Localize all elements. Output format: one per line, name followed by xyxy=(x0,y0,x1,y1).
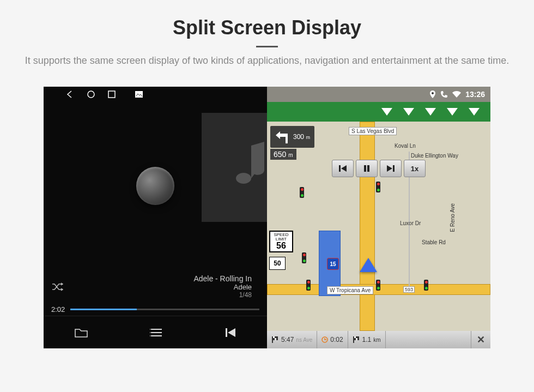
svg-rect-23 xyxy=(356,338,357,340)
vehicle-cursor-icon xyxy=(360,258,377,272)
joystick-control[interactable] xyxy=(136,167,174,205)
recents-icon[interactable] xyxy=(108,91,116,98)
phone-icon xyxy=(440,91,448,98)
traffic-light-icon xyxy=(424,280,428,291)
flag-icon xyxy=(271,336,279,343)
turn-secondary-unit: m xyxy=(306,135,310,140)
location-icon xyxy=(429,91,436,98)
svg-rect-2 xyxy=(135,91,143,98)
svg-rect-15 xyxy=(272,336,273,343)
eta-street: ns Ave xyxy=(296,337,312,343)
track-artist: Adele xyxy=(193,283,252,291)
page-title: Split Screen Display xyxy=(22,16,512,39)
svg-point-0 xyxy=(88,91,94,98)
lane-arrow-icon xyxy=(469,108,480,116)
speed-limit-sign: SPEED LIMIT 56 xyxy=(269,231,293,252)
home-icon[interactable] xyxy=(87,91,95,98)
turn-secondary-dist: 300 xyxy=(293,133,304,141)
lane-arrow-icon xyxy=(447,108,458,116)
street-label: Duke Ellington Way xyxy=(409,152,460,159)
interstate-shield: 15 xyxy=(327,258,339,270)
sim-next-button[interactable] xyxy=(380,160,402,177)
previous-track-button[interactable] xyxy=(224,327,236,338)
svg-rect-14 xyxy=(393,165,395,172)
eta-remaining[interactable]: 0:02 xyxy=(317,331,348,348)
wifi-icon xyxy=(452,91,461,98)
track-count: 1/48 xyxy=(193,291,252,299)
eta-time-value: 5:47 xyxy=(281,336,294,343)
traffic-light-icon xyxy=(376,280,380,291)
traffic-light-icon xyxy=(300,187,304,198)
street-label: W Tropicana Ave xyxy=(327,286,373,294)
close-icon: ✕ xyxy=(477,334,485,346)
page-subtitle: It supports the same screen display of t… xyxy=(22,54,512,68)
eta-distance[interactable]: 1.1 km xyxy=(348,331,386,348)
navigation-panel: 13:26 S Las Vegas Blvd Koval Ln Duke Ell… xyxy=(267,87,490,348)
turn-primary-unit: m xyxy=(288,152,293,158)
lane-arrow-icon xyxy=(381,108,392,116)
track-title: Adele - Rolling In xyxy=(193,274,252,283)
eta-arrival[interactable]: 5:47 ns Ave xyxy=(267,331,317,348)
android-navbar xyxy=(44,87,267,102)
svg-rect-13 xyxy=(367,165,369,172)
back-icon[interactable] xyxy=(65,90,74,99)
street-number: 593 xyxy=(403,286,415,293)
gallery-icon[interactable] xyxy=(135,91,143,98)
device-screen: Adele - Rolling In Adele 1/48 2:02 xyxy=(44,87,490,348)
nav-bottom-bar: 5:47 ns Ave 0:02 1.1 km ✕ xyxy=(267,331,490,348)
street-label: Koval Ln xyxy=(392,142,418,149)
traffic-light-icon xyxy=(376,182,380,192)
svg-rect-22 xyxy=(354,336,356,338)
sim-prev-button[interactable] xyxy=(332,160,354,177)
traffic-light-icon xyxy=(302,252,306,263)
svg-point-8 xyxy=(150,335,150,336)
title-divider xyxy=(256,46,278,47)
elapsed-time: 2:02 xyxy=(51,305,65,313)
street-label: Luxor Dr xyxy=(398,220,423,227)
svg-rect-17 xyxy=(273,336,275,338)
clock-icon xyxy=(321,336,328,343)
route-shield: 50 xyxy=(269,257,286,270)
lane-guidance xyxy=(267,102,490,122)
street-label: S Las Vegas Blvd xyxy=(349,127,397,135)
flag-icon xyxy=(353,336,360,343)
eta-distance-value: 1.1 xyxy=(362,336,372,343)
progress-bar[interactable] xyxy=(70,309,259,310)
street-label: E Reno Ave xyxy=(449,201,456,234)
svg-rect-12 xyxy=(364,165,366,172)
clock-time: 13:26 xyxy=(465,90,485,99)
turn-instruction: 300 m xyxy=(270,126,314,148)
svg-point-10 xyxy=(432,92,434,94)
svg-rect-9 xyxy=(226,328,227,337)
folder-button[interactable] xyxy=(74,327,88,338)
eta-remaining-value: 0:02 xyxy=(330,336,343,343)
svg-point-6 xyxy=(150,329,150,330)
music-panel: Adele - Rolling In Adele 1/48 2:02 xyxy=(44,87,267,348)
speed-value: 56 xyxy=(271,242,291,250)
street-label: Stable Rd xyxy=(420,239,448,246)
status-bar: 13:26 xyxy=(267,87,490,102)
turn-primary-dist: 650 xyxy=(274,150,286,159)
traffic-light-icon xyxy=(306,280,311,291)
svg-rect-11 xyxy=(339,165,341,172)
sim-speed-button[interactable]: 1x xyxy=(404,160,426,177)
playback-controls: 1x xyxy=(332,160,426,177)
svg-rect-1 xyxy=(108,91,115,98)
svg-point-7 xyxy=(150,332,150,333)
eta-distance-unit: km xyxy=(373,337,380,343)
shuffle-icon[interactable] xyxy=(51,282,63,291)
svg-rect-18 xyxy=(275,338,276,340)
lane-arrow-icon xyxy=(425,108,436,116)
sim-pause-button[interactable] xyxy=(356,160,378,177)
nav-close-button[interactable]: ✕ xyxy=(471,331,490,348)
road xyxy=(360,122,375,331)
lane-arrow-icon xyxy=(403,108,414,116)
playlist-button[interactable] xyxy=(150,328,163,337)
turn-left-icon xyxy=(275,129,290,144)
svg-rect-20 xyxy=(353,336,354,343)
music-note-icon xyxy=(221,137,270,197)
map-canvas[interactable]: S Las Vegas Blvd Koval Ln Duke Ellington… xyxy=(267,122,490,331)
